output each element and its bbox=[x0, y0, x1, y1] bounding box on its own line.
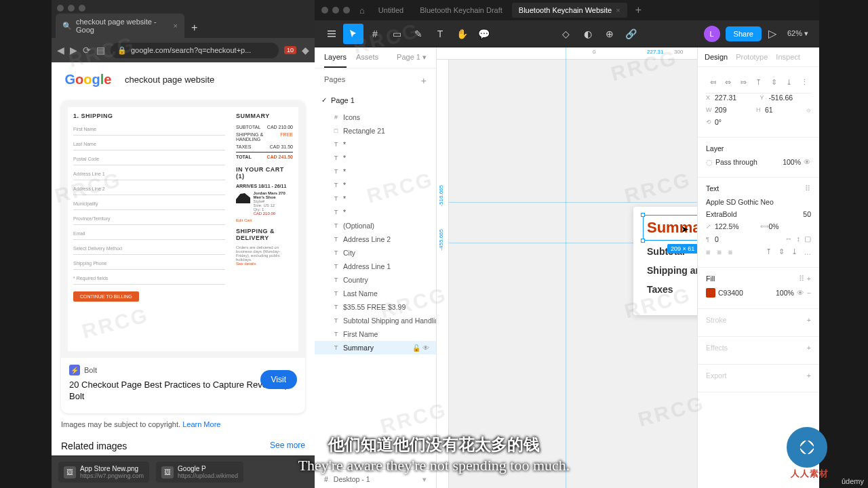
frame-tool[interactable]: # bbox=[365, 24, 385, 44]
inspect-tab[interactable]: Inspect bbox=[776, 53, 800, 66]
text-tool[interactable]: T bbox=[430, 24, 450, 44]
text-align-center-icon[interactable]: ≡ bbox=[717, 248, 721, 256]
forward-button[interactable]: ▶ bbox=[70, 45, 77, 56]
user-avatar[interactable]: L bbox=[704, 26, 720, 42]
layer-item[interactable]: T* bbox=[315, 151, 436, 165]
close-window[interactable] bbox=[321, 7, 328, 14]
text-align-right-icon[interactable]: ≡ bbox=[728, 248, 732, 256]
w-field[interactable]: 209 bbox=[715, 106, 727, 114]
new-tab-button[interactable]: + bbox=[630, 1, 647, 19]
assets-tab[interactable]: Assets bbox=[356, 53, 378, 68]
lock-icon[interactable]: 🔓 bbox=[412, 344, 420, 352]
align-bottom-icon[interactable]: ⤓ bbox=[783, 77, 796, 87]
add-page-button[interactable]: + bbox=[421, 75, 427, 86]
h-field[interactable]: 61 bbox=[765, 106, 773, 114]
move-tool[interactable] bbox=[343, 24, 363, 44]
extension-icon[interactable]: ◆ bbox=[302, 45, 309, 56]
text-valign-top-icon[interactable]: ⤒ bbox=[766, 247, 772, 256]
extension-badge[interactable]: 10 bbox=[284, 46, 296, 54]
letter-spacing[interactable]: 0% bbox=[769, 222, 779, 230]
font-weight[interactable]: ExtraBold bbox=[706, 210, 800, 218]
close-window[interactable] bbox=[57, 5, 64, 12]
page-item[interactable]: Page 1 bbox=[315, 93, 436, 108]
auto-height-icon[interactable]: ↕ bbox=[797, 235, 801, 243]
visibility-icon[interactable]: 👁 bbox=[422, 344, 429, 352]
shape-tool[interactable]: ▭ bbox=[387, 24, 407, 44]
layer-item[interactable]: TSubtotal Shipping and Handling Ta... bbox=[315, 314, 436, 327]
layers-tab[interactable]: Layers bbox=[324, 53, 347, 68]
x-field[interactable]: 227.31 bbox=[715, 94, 736, 102]
search-query[interactable]: checkout page website bbox=[125, 75, 214, 85]
align-hcenter-icon[interactable]: ⇔ bbox=[722, 77, 735, 87]
fill-styles-icon[interactable]: ⠿ bbox=[799, 274, 805, 283]
layer-item[interactable]: TFirst Name bbox=[315, 327, 436, 341]
text-more-icon[interactable]: … bbox=[804, 248, 812, 256]
fixed-size-icon[interactable]: ▢ bbox=[804, 235, 811, 243]
minimize-window[interactable] bbox=[68, 5, 75, 12]
fill-hex[interactable]: C93400 bbox=[718, 289, 773, 297]
blend-icon[interactable]: ◌ bbox=[706, 158, 713, 166]
rotation-field[interactable]: 0° bbox=[715, 118, 722, 126]
canvas[interactable]: 0300227.31436.31500 -516.665 -455.665 Su… bbox=[437, 47, 697, 488]
layer-item[interactable]: □Rectangle 21 bbox=[315, 124, 436, 138]
text-valign-bot-icon[interactable]: ⤓ bbox=[791, 247, 797, 256]
figma-tab[interactable]: Untitled bbox=[372, 3, 410, 18]
google-logo[interactable]: Google bbox=[61, 69, 115, 89]
layer-item[interactable]: T* bbox=[315, 192, 436, 205]
prototype-tab[interactable]: Prototype bbox=[736, 53, 768, 66]
pen-tool[interactable]: ✎ bbox=[408, 24, 429, 44]
align-right-icon[interactable]: ⤇ bbox=[736, 77, 750, 87]
distribute-icon[interactable]: ⋮ bbox=[797, 77, 811, 87]
add-stroke-button[interactable]: + bbox=[807, 316, 811, 324]
align-left-icon[interactable]: ⤆ bbox=[706, 77, 719, 87]
download-item[interactable]: 🖼 App Store New.png https://w7.pngwing.c… bbox=[58, 462, 149, 483]
font-size[interactable]: 50 bbox=[803, 210, 811, 218]
layer-item[interactable]: T* bbox=[315, 205, 436, 219]
fill-visibility-icon[interactable]: 👁 bbox=[797, 289, 804, 297]
address-bar[interactable]: 🔒 google.com/search?q=checkout+p... bbox=[111, 43, 279, 58]
download-item[interactable]: 🖼 Google P https://upload.wikimed bbox=[156, 462, 243, 483]
align-top-icon[interactable]: ⤒ bbox=[752, 77, 766, 87]
close-tab-icon[interactable]: × bbox=[174, 22, 178, 30]
layer-item[interactable]: T$35.55 FREE $3.99 bbox=[315, 300, 436, 314]
remove-fill-icon[interactable]: − bbox=[807, 289, 811, 297]
paragraph-spacing[interactable]: 0 bbox=[715, 235, 719, 243]
layer-item[interactable]: TAddress Line 1 bbox=[315, 260, 436, 273]
figma-tab[interactable]: Bluetooth Keychain Draft bbox=[413, 3, 509, 18]
hand-tool[interactable]: ✋ bbox=[452, 24, 472, 44]
font-family[interactable]: Apple SD Gothic Neo bbox=[706, 198, 774, 206]
component-icon[interactable]: ◇ bbox=[556, 24, 576, 44]
frame-footer[interactable]: # Desktop - 1 ▾ bbox=[315, 469, 436, 488]
learn-more-link[interactable]: Learn More bbox=[182, 420, 220, 428]
maximize-window[interactable] bbox=[79, 5, 85, 12]
layer-item[interactable]: T* bbox=[315, 178, 436, 192]
blend-mode[interactable]: Pass through bbox=[715, 158, 780, 166]
back-button[interactable]: ◀ bbox=[57, 45, 64, 56]
text-styles-icon[interactable]: ⠿ bbox=[805, 184, 811, 192]
layer-item[interactable]: T(Optional) bbox=[315, 219, 436, 232]
result-image[interactable]: ✕ ⊙ ⋮ ‹ › 1. SHIPPING First Name Last Na… bbox=[61, 100, 305, 358]
align-vcenter-icon[interactable]: ⇕ bbox=[767, 77, 781, 87]
line-height[interactable]: 122.5% bbox=[715, 222, 739, 230]
layer-item[interactable]: T* bbox=[315, 138, 436, 151]
text-valign-mid-icon[interactable]: ⇕ bbox=[778, 247, 785, 256]
layer-item[interactable]: TCity bbox=[315, 246, 436, 260]
fill-swatch[interactable] bbox=[706, 288, 715, 298]
home-icon[interactable]: ⌂ bbox=[359, 5, 365, 16]
layer-item[interactable]: #Icons bbox=[315, 110, 436, 124]
add-fill-button[interactable]: + bbox=[807, 274, 811, 283]
zoom-dropdown[interactable]: 62% ▾ bbox=[783, 29, 812, 38]
add-effect-button[interactable]: + bbox=[807, 344, 811, 352]
browser-tab-active[interactable]: 🔍 checkout page website - Goog × bbox=[56, 14, 184, 38]
fill-opacity[interactable]: 100% bbox=[776, 289, 794, 297]
add-export-button[interactable]: + bbox=[807, 371, 811, 380]
boolean-icon[interactable]: ⊕ bbox=[599, 24, 620, 44]
auto-width-icon[interactable]: ↔ bbox=[785, 235, 793, 243]
minimize-window[interactable] bbox=[332, 7, 339, 14]
share-button[interactable]: Share bbox=[726, 26, 762, 41]
new-tab-button[interactable]: + bbox=[184, 18, 204, 38]
layer-item[interactable]: TCountry bbox=[315, 273, 436, 287]
y-field[interactable]: -516.66 bbox=[769, 94, 793, 102]
maximize-window[interactable] bbox=[343, 7, 350, 14]
link-icon[interactable]: 🔗 bbox=[621, 24, 642, 44]
